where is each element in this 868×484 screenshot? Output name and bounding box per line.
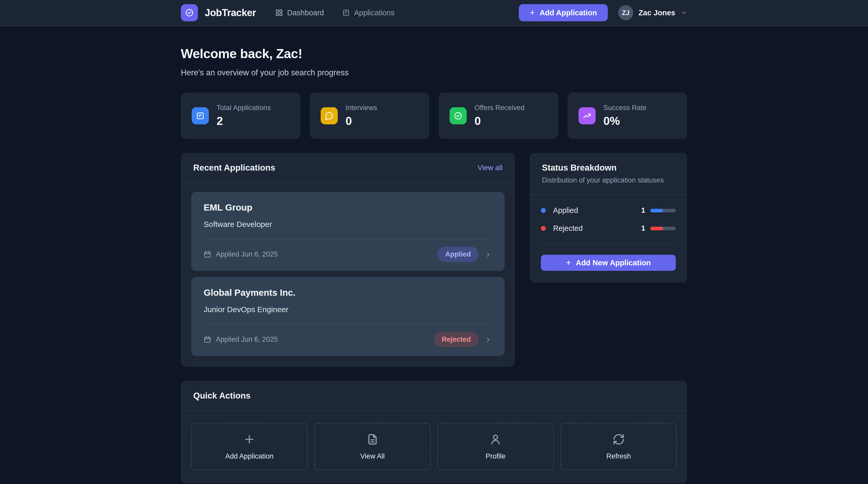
panel-title: Status Breakdown bbox=[542, 163, 675, 173]
add-new-application-label: Add New Application bbox=[576, 259, 651, 267]
rejected-progress-bar bbox=[650, 227, 676, 230]
stat-value: 0 bbox=[474, 115, 525, 127]
calendar-icon bbox=[204, 251, 211, 258]
stat-card-total-applications: Total Applications 2 bbox=[181, 92, 301, 139]
stat-label: Interviews bbox=[345, 104, 377, 112]
page-title: Welcome back, Zac! bbox=[181, 46, 687, 61]
status-row-rejected: Rejected 1 bbox=[541, 224, 676, 233]
view-all-link[interactable]: View all bbox=[477, 164, 502, 172]
chevron-right-icon bbox=[484, 336, 492, 344]
company-name: Global Payments Inc. bbox=[204, 287, 492, 298]
plus-icon: + bbox=[530, 8, 535, 17]
status-badge: Rejected bbox=[434, 332, 478, 347]
brand-name: JobTracker bbox=[205, 7, 256, 19]
stat-value: 2 bbox=[217, 115, 271, 127]
add-application-button[interactable]: + Add Application bbox=[519, 4, 608, 21]
status-breakdown-panel: Status Breakdown Distribution of your ap… bbox=[529, 153, 687, 283]
quick-action-profile[interactable]: Profile bbox=[437, 423, 554, 470]
status-badge: Applied bbox=[437, 247, 478, 262]
user-name: Zac Jones bbox=[639, 8, 675, 17]
chevron-down-icon bbox=[680, 9, 687, 16]
quick-action-label: Profile bbox=[486, 452, 505, 460]
stat-value: 0% bbox=[603, 115, 647, 127]
status-row-applied: Applied 1 bbox=[541, 206, 676, 215]
stat-label: Offers Received bbox=[474, 104, 525, 112]
panel-title: Quick Actions bbox=[193, 391, 251, 401]
dashboard-page: Welcome back, Zac! Here's an overview of… bbox=[181, 46, 687, 484]
stats-row: Total Applications 2 Interviews 0 Offers… bbox=[181, 92, 687, 139]
nav-item-dashboard[interactable]: Dashboard bbox=[275, 8, 324, 17]
app-logo-check-circle-icon bbox=[181, 4, 198, 21]
divider bbox=[204, 239, 492, 239]
top-navbar: JobTracker Dashboard Applications + Add … bbox=[0, 0, 868, 26]
applied-dot-icon bbox=[541, 208, 546, 213]
status-label: Applied bbox=[553, 206, 578, 215]
stat-label: Total Applications bbox=[217, 104, 271, 112]
nav-item-applications[interactable]: Applications bbox=[342, 8, 395, 17]
quick-action-refresh[interactable]: Refresh bbox=[561, 423, 677, 470]
add-new-application-button[interactable]: + Add New Application bbox=[541, 255, 676, 271]
stat-card-offers-received: Offers Received 0 bbox=[439, 92, 558, 139]
rejected-dot-icon bbox=[541, 226, 546, 231]
plus-icon bbox=[243, 433, 255, 446]
note-icon bbox=[192, 107, 209, 124]
chevron-right-icon bbox=[484, 251, 492, 258]
status-count: 1 bbox=[641, 206, 645, 215]
chat-bubble-icon bbox=[321, 107, 338, 124]
quick-actions-panel: Quick Actions Add Application View All P… bbox=[181, 381, 687, 483]
stat-card-interviews: Interviews 0 bbox=[310, 92, 429, 139]
calendar-icon bbox=[204, 336, 211, 343]
nav-item-label: Applications bbox=[354, 8, 395, 17]
trending-up-icon bbox=[579, 107, 596, 124]
stat-value: 0 bbox=[345, 115, 377, 127]
page-subtitle: Here's an overview of your job search pr… bbox=[181, 68, 687, 77]
avatar: ZJ bbox=[618, 5, 633, 20]
job-title: Junior DevOps Engineer bbox=[204, 305, 492, 314]
stat-label: Success Rate bbox=[603, 104, 647, 112]
quick-action-label: View All bbox=[360, 452, 385, 460]
brand[interactable]: JobTracker bbox=[181, 4, 256, 21]
application-card-eml-group[interactable]: EML Group Software Developer Applied Jun… bbox=[191, 192, 504, 271]
user-icon bbox=[489, 433, 502, 446]
status-count: 1 bbox=[641, 224, 645, 232]
nav-item-label: Dashboard bbox=[287, 8, 324, 17]
applied-date: Applied Jun 6, 2025 bbox=[216, 250, 278, 258]
company-name: EML Group bbox=[204, 202, 492, 213]
panel-title: Recent Applications bbox=[193, 163, 275, 173]
check-circle-icon bbox=[450, 107, 467, 124]
quick-action-view-all[interactable]: View All bbox=[314, 423, 431, 470]
add-application-label: Add Application bbox=[539, 8, 597, 17]
file-text-icon bbox=[366, 433, 379, 446]
applied-date: Applied Jun 6, 2025 bbox=[216, 336, 278, 344]
quick-action-label: Refresh bbox=[606, 452, 631, 460]
status-label: Rejected bbox=[553, 224, 583, 233]
recent-applications-panel: Recent Applications View all EML Group S… bbox=[181, 153, 515, 367]
plus-icon: + bbox=[566, 258, 571, 267]
user-menu[interactable]: ZJ Zac Jones bbox=[618, 5, 687, 20]
job-title: Software Developer bbox=[204, 220, 492, 229]
note-icon bbox=[342, 9, 350, 17]
quick-action-label: Add Application bbox=[225, 452, 273, 460]
quick-action-add-application[interactable]: Add Application bbox=[191, 423, 308, 470]
stat-card-success-rate: Success Rate 0% bbox=[567, 92, 687, 139]
refresh-icon bbox=[613, 433, 625, 446]
application-card-global-payments[interactable]: Global Payments Inc. Junior DevOps Engin… bbox=[191, 277, 504, 356]
applied-progress-bar bbox=[650, 209, 676, 212]
nav-links: Dashboard Applications bbox=[275, 8, 395, 17]
panel-subtitle: Distribution of your application statuse… bbox=[542, 176, 675, 184]
grid-icon bbox=[275, 9, 283, 17]
